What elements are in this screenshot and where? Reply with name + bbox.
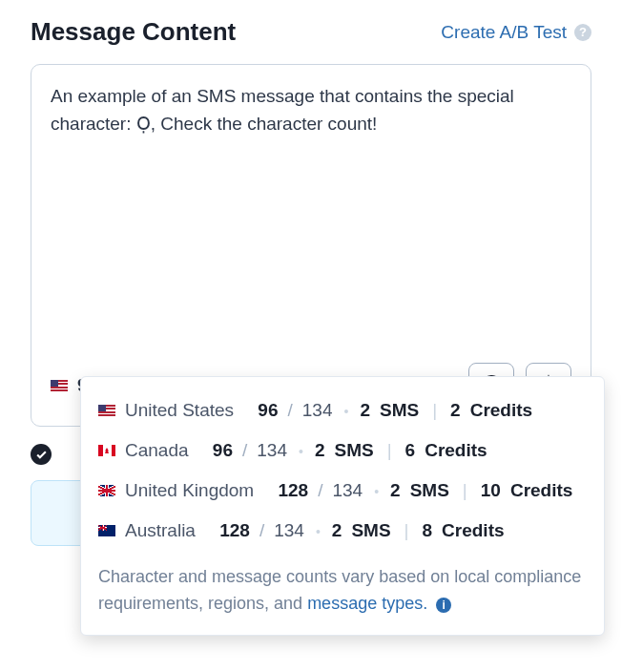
country-name: United States bbox=[125, 400, 234, 421]
info-icon[interactable]: i bbox=[436, 598, 451, 613]
total-count: 134 bbox=[274, 520, 304, 541]
country-name: Australia bbox=[125, 520, 196, 541]
used-count: 128 bbox=[219, 520, 250, 541]
credits-count: 10 bbox=[481, 480, 501, 501]
dropdown-row-uk[interactable]: United Kingdom 128 / 134 • 2 SMS | 10 Cr… bbox=[81, 471, 604, 511]
sms-label: SMS bbox=[410, 480, 449, 501]
flag-us-icon bbox=[51, 380, 68, 391]
country-name: Canada bbox=[125, 440, 189, 461]
dropdown-row-au[interactable]: Australia 128 / 134 • 2 SMS | 8 Credits bbox=[81, 511, 604, 551]
total-count: 134 bbox=[332, 480, 363, 501]
sms-label: SMS bbox=[380, 400, 419, 421]
sms-count: 2 bbox=[332, 520, 342, 541]
sms-label: SMS bbox=[351, 520, 390, 541]
flag-uk-icon bbox=[98, 485, 115, 496]
used-count: 96 bbox=[258, 400, 278, 421]
credits-label: Credits bbox=[470, 400, 532, 421]
used-count: 128 bbox=[278, 480, 308, 501]
credits-label: Credits bbox=[442, 520, 504, 541]
flag-ca-icon bbox=[98, 445, 115, 456]
check-circle-icon[interactable] bbox=[31, 444, 52, 465]
dropdown-footer-note: Character and message counts vary based … bbox=[81, 551, 604, 635]
sms-count: 2 bbox=[360, 400, 370, 421]
total-count: 134 bbox=[257, 440, 287, 461]
flag-au-icon bbox=[98, 525, 115, 536]
credits-label: Credits bbox=[425, 440, 487, 461]
dropdown-row-us[interactable]: United States 96 / 134 • 2 SMS | 2 Credi… bbox=[81, 390, 604, 430]
credits-count: 8 bbox=[423, 520, 433, 541]
dropdown-row-ca[interactable]: Canada 96 / 134 • 2 SMS | 6 Credits bbox=[81, 430, 604, 471]
message-editor[interactable]: An example of an SMS message that contai… bbox=[31, 64, 591, 427]
credits-count: 2 bbox=[450, 400, 461, 421]
help-icon[interactable]: ? bbox=[574, 24, 591, 41]
used-count: 96 bbox=[213, 440, 233, 461]
sms-label: SMS bbox=[334, 440, 373, 461]
credits-count: 6 bbox=[405, 440, 416, 461]
message-text[interactable]: An example of an SMS message that contai… bbox=[51, 82, 571, 363]
sms-count: 2 bbox=[390, 480, 401, 501]
page-title: Message Content bbox=[31, 17, 236, 47]
message-types-link[interactable]: message types. bbox=[307, 594, 427, 613]
credits-label: Credits bbox=[510, 480, 572, 501]
country-name: United Kingdom bbox=[125, 480, 254, 501]
create-ab-test-link[interactable]: Create A/B Test bbox=[441, 22, 567, 43]
sms-count: 2 bbox=[315, 440, 325, 461]
flag-us-icon bbox=[98, 405, 115, 416]
country-counter-dropdown[interactable]: United States 96 / 134 • 2 SMS | 2 Credi… bbox=[80, 376, 605, 636]
total-count: 134 bbox=[302, 400, 333, 421]
